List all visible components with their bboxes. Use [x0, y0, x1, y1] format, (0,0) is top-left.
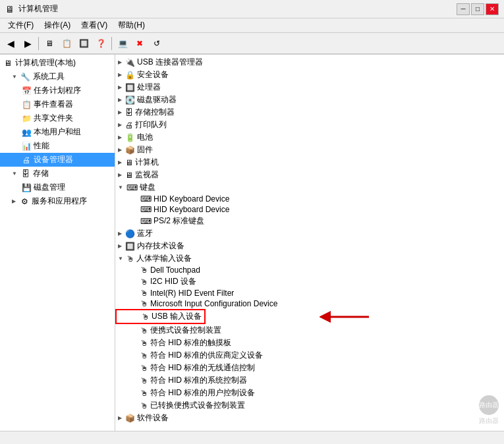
- usb-connector-icon: 🔌: [125, 58, 135, 67]
- red-arrow-svg: [320, 307, 372, 327]
- device-ps2-keyboard[interactable]: ⌨ PS/2 标准键盘: [115, 215, 504, 227]
- sidebar-item-root[interactable]: 🖥 计算机管理(本地): [0, 56, 115, 70]
- forward-button[interactable]: ▶: [20, 36, 36, 51]
- memory-tech-icon: 🔲: [125, 242, 135, 251]
- toolbar-icon-1[interactable]: 🖥: [42, 36, 57, 51]
- menu-help[interactable]: 帮助(H): [113, 18, 150, 32]
- sidebar-label-services: 服务和应用程序: [32, 196, 87, 207]
- hid-touchpad-label: 符合 HID 标准的触摸板: [150, 337, 231, 348]
- device-hid-vendor[interactable]: 🖱 符合 HID 标准的供应商定义设备: [115, 349, 504, 362]
- device-hid-keyboard-2[interactable]: ⌨ HID Keyboard Device: [115, 204, 504, 215]
- security-label: 安全设备: [137, 69, 169, 80]
- software-dev-icon: 📦: [125, 414, 135, 423]
- menu-view[interactable]: 查看(V): [76, 18, 113, 32]
- device-i2c-hid[interactable]: 🖱 I2C HID 设备: [115, 275, 504, 288]
- device-software[interactable]: ▶ 📦 软件设备: [115, 412, 504, 424]
- back-button[interactable]: ◀: [3, 36, 18, 51]
- disk-icon: 💾: [21, 182, 32, 193]
- hid-vendor-icon: 🖱: [140, 351, 148, 360]
- hid-group-label: 人体学输入设备: [136, 253, 192, 264]
- sidebar-item-shared-folders[interactable]: 📁 共享文件夹: [0, 111, 115, 125]
- device-ms-input[interactable]: 🖱 Microsoft Input Configuration Device: [115, 298, 504, 309]
- software-dev-label: 软件设备: [137, 412, 169, 424]
- event-icon: 📋: [21, 99, 32, 110]
- device-hid-wireless[interactable]: 🖱 符合 HID 标准的无线通信控制: [115, 362, 504, 374]
- sidebar-item-task-scheduler[interactable]: 📅 任务计划程序: [0, 84, 115, 97]
- toolbar-delete-button[interactable]: ✖: [132, 36, 148, 51]
- device-intel-hid[interactable]: 🖱 Intel(R) HID Event Filter: [115, 288, 504, 298]
- minimize-button[interactable]: ─: [457, 3, 470, 15]
- annotation-arrow: [320, 307, 372, 327]
- window-controls: ─ □ ✕: [457, 3, 499, 15]
- device-hid-system[interactable]: 🖱 符合 HID 标准的系统控制器: [115, 374, 504, 387]
- device-hid-group[interactable]: ▼ 🖱 人体学输入设备: [115, 252, 504, 265]
- sidebar-item-services[interactable]: ▶ ⚙ 服务和应用程序: [0, 194, 115, 208]
- device-computer[interactable]: ▶ 🖥 计算机: [115, 156, 504, 169]
- toolbar-icon-2[interactable]: 📋: [59, 36, 74, 51]
- device-firmware[interactable]: ▶ 📦 固件: [115, 144, 504, 156]
- hid-vendor-label: 符合 HID 标准的供应商定义设备: [150, 350, 263, 361]
- device-usb-input[interactable]: 🖱 USB 输入设备: [115, 309, 206, 324]
- device-hid-user[interactable]: 🖱 符合 HID 标准的用户控制设备: [115, 387, 504, 399]
- device-memory-tech[interactable]: ▶ 🔲 内存技术设备: [115, 240, 504, 252]
- sidebar-item-event-viewer[interactable]: 📋 事件查看器: [0, 97, 115, 111]
- title-text: 计算机管理: [18, 3, 58, 14]
- dell-touchpad-label: Dell Touchpad: [150, 265, 200, 275]
- hid-touchpad-icon: 🖱: [140, 339, 148, 348]
- portable-ctrl-label: 便携式设备控制装置: [150, 325, 221, 336]
- keyboard-label: 键盘: [140, 182, 155, 193]
- storage-icon: 🗄: [20, 169, 31, 179]
- device-monitor[interactable]: ▶ 🖥 监视器: [115, 169, 504, 181]
- toolbar: ◀ ▶ 🖥 📋 🔲 ❓ 💻 ✖ ↺: [0, 33, 504, 54]
- device-portable-ctrl[interactable]: 🖱 便携式设备控制装置: [115, 324, 504, 337]
- ps2-keyboard-icon: ⌨: [140, 217, 152, 226]
- sidebar-item-performance[interactable]: 📊 性能: [0, 139, 115, 153]
- device-hid-touchpad[interactable]: 🖱 符合 HID 标准的触摸板: [115, 337, 504, 349]
- close-button[interactable]: ✕: [486, 3, 499, 15]
- device-keyboard[interactable]: ▼ ⌨ 键盘: [115, 181, 504, 194]
- device-disk-drives[interactable]: ▶ 💽 磁盘驱动器: [115, 94, 504, 106]
- hid-system-label: 符合 HID 标准的系统控制器: [150, 375, 247, 386]
- users-icon: 👥: [21, 127, 32, 138]
- portable-ctrl-icon: 🖱: [140, 326, 148, 335]
- device-hid-keyboard-1[interactable]: ⌨ HID Keyboard Device: [115, 194, 504, 204]
- sidebar-item-device-manager[interactable]: 🖨 设备管理器: [0, 153, 115, 167]
- sidebar-label-device: 设备管理器: [34, 154, 73, 165]
- hid-keyboard-1-label: HID Keyboard Device: [154, 194, 229, 204]
- storage-ctrl-icon: 🗄: [125, 108, 133, 117]
- sidebar-item-storage[interactable]: ▼ 🗄 存储: [0, 167, 115, 180]
- sidebar-label-users: 本地用户和组: [34, 126, 81, 138]
- sidebar-item-system-tools[interactable]: ▼ 🔧 系统工具: [0, 70, 115, 84]
- expand-icon: ▼: [12, 74, 17, 80]
- toolbar-icon-3[interactable]: 🔲: [76, 36, 92, 51]
- device-converted-portable[interactable]: 🖱 已转换便携式设备控制装置: [115, 399, 504, 412]
- menu-action[interactable]: 操作(A): [39, 18, 76, 32]
- usb-input-label: USB 输入设备: [152, 311, 202, 322]
- sidebar-item-local-users[interactable]: 👥 本地用户和组: [0, 125, 115, 139]
- toolbar-icon-4[interactable]: ❓: [93, 36, 109, 51]
- battery-icon: 🔋: [125, 133, 135, 142]
- device-storage-ctrl[interactable]: ▶ 🗄 存储控制器: [115, 106, 504, 119]
- security-icon: 🔒: [125, 70, 135, 80]
- expand-svc-icon: ▶: [12, 198, 16, 204]
- sidebar-item-disk-mgmt[interactable]: 💾 磁盘管理: [0, 180, 115, 194]
- device-security[interactable]: ▶ 🔒 安全设备: [115, 69, 504, 81]
- toolbar-refresh-button[interactable]: ↺: [149, 36, 165, 51]
- device-dell-touchpad[interactable]: 🖱 Dell Touchpad: [115, 265, 504, 275]
- storage-ctrl-label: 存储控制器: [135, 107, 175, 118]
- device-print-queue[interactable]: ▶ 🖨 打印队列: [115, 119, 504, 131]
- maximize-button[interactable]: □: [471, 3, 484, 15]
- usb-connector-label: USB 连接器管理器: [137, 57, 203, 68]
- computer-icon: 🖥: [3, 58, 13, 69]
- bluetooth-label: 蓝牙: [137, 228, 153, 239]
- menu-file[interactable]: 文件(F): [3, 18, 39, 32]
- toolbar-icon-5[interactable]: 💻: [115, 36, 130, 51]
- device-usb-connector[interactable]: ▶ 🔌 USB 连接器管理器: [115, 56, 504, 69]
- device-bluetooth[interactable]: ▶ 🔵 蓝牙: [115, 227, 504, 240]
- sidebar-label-task: 任务计划程序: [34, 85, 81, 96]
- share-icon: 📁: [21, 113, 32, 124]
- monitor-icon: 🖥: [125, 171, 133, 180]
- device-processor[interactable]: ▶ 🔲 处理器: [115, 81, 504, 94]
- device-battery[interactable]: ▶ 🔋 电池: [115, 131, 504, 144]
- sidebar-label-perf: 性能: [34, 140, 49, 152]
